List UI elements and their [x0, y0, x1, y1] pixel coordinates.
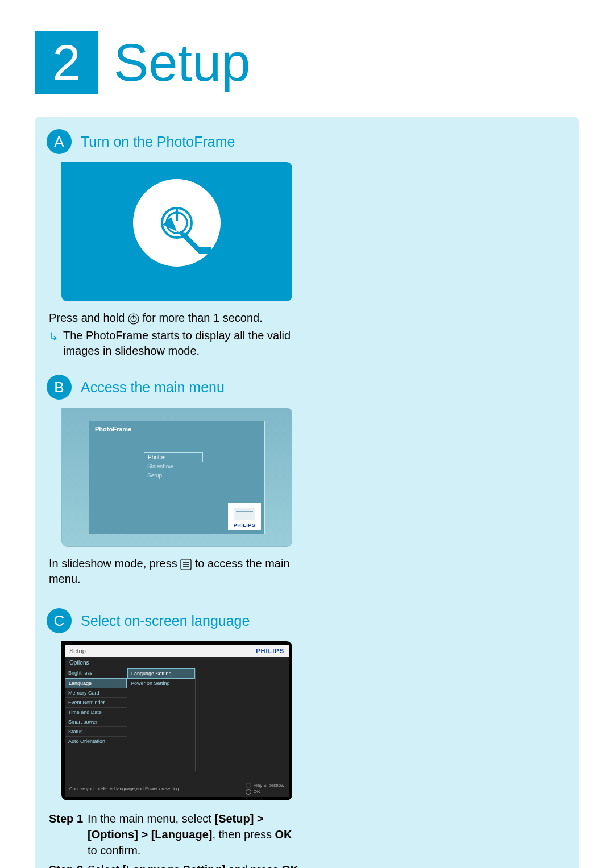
text-bold: OK [275, 828, 292, 841]
section-a-result: The PhotoFrame starts to display all the… [63, 328, 300, 359]
list-item: Power on Setting [127, 679, 195, 688]
menu-item-slideshow: Slideshow [144, 462, 203, 471]
philips-logo: PHILIPS [228, 503, 261, 530]
section-b-badge: B [47, 375, 72, 400]
list-item: Time and Date [65, 708, 127, 717]
section-number-badge: 2 [35, 31, 98, 94]
text: In slideshow mode, press [49, 557, 180, 570]
nav-icon [246, 783, 251, 788]
screen-c-left-column: Brightness Language Memory Card Event Re… [65, 668, 127, 771]
list-item: Status [65, 727, 127, 737]
menu-item-setup: Setup [144, 471, 203, 480]
menu-icon [180, 559, 192, 570]
illustration-main-menu: PhotoFrame Photos Slideshow Setup PHILIP… [61, 408, 292, 547]
section-b-instruction: In slideshow mode, press to access the m… [49, 556, 300, 587]
list-item: Language [65, 678, 127, 688]
power-icon [128, 313, 139, 325]
text: Select [88, 863, 122, 868]
section-a: A Turn on the PhotoFrame Press and hold [47, 129, 300, 359]
list-item: Event Reminder [65, 698, 127, 708]
page-title: Setup [114, 33, 250, 93]
result-arrow-icon: ↳ [49, 329, 59, 359]
section-c-badge: C [47, 608, 72, 633]
list-item: Memory Card [65, 688, 127, 698]
step-1: Step 1 In the main menu, select [Setup] … [49, 811, 300, 858]
section-a-instruction: Press and hold for more than 1 second. ↳… [49, 310, 300, 359]
list-item: Smart power [65, 717, 127, 727]
text: In the main menu, select [88, 812, 214, 825]
text: , then press [212, 828, 275, 841]
section-a-title: Turn on the PhotoFrame [81, 134, 235, 150]
sections-container: A Turn on the PhotoFrame Press and hold [35, 117, 579, 868]
step-label: Step 2 [49, 862, 83, 868]
section-c: C Select on-screen language Setup PHILIP… [47, 608, 300, 868]
play-slideshow-label: Play Slideshow [254, 783, 284, 788]
step-2: Step 2 Select [Language Setting] and pre… [49, 862, 300, 868]
section-b-title: Access the main menu [81, 379, 225, 396]
page-header: 2 Setup [35, 31, 579, 94]
screen-c-options-label: Options [65, 657, 289, 668]
text: Press and hold [49, 312, 128, 324]
ok-icon [246, 789, 251, 795]
ok-label: OK [254, 789, 260, 795]
list-item: Auto Orientation [65, 737, 127, 746]
section-c-steps: Step 1 In the main menu, select [Setup] … [49, 811, 300, 868]
text: for more than 1 second. [143, 312, 263, 324]
text: and press [225, 863, 281, 868]
philips-logo: PHILIPS [256, 647, 284, 654]
illustration-power-button [61, 162, 292, 301]
step-label: Step 1 [49, 811, 83, 858]
list-item: Language Setting [127, 668, 195, 679]
screen-c-right-column: Language Setting Power on Setting [127, 668, 196, 771]
screen-c-breadcrumb: Setup [69, 647, 86, 654]
section-a-badge: A [47, 129, 72, 154]
list-item: Brightness [65, 668, 127, 678]
text-bold: OK [281, 863, 298, 868]
menu-item-photos: Photos [144, 452, 203, 462]
screen-b-title: PhotoFrame [89, 421, 264, 433]
section-b: B Access the main menu PhotoFrame Photos… [47, 375, 300, 587]
illustration-language-menu: Setup PHILIPS Options Brightness Languag… [61, 641, 292, 800]
section-c-title: Select on-screen language [81, 613, 250, 629]
text: to confirm. [88, 844, 140, 857]
text-bold: [Language Setting] [122, 863, 225, 868]
screen-c-hint: Choose your preferred language,and Power… [69, 786, 180, 791]
